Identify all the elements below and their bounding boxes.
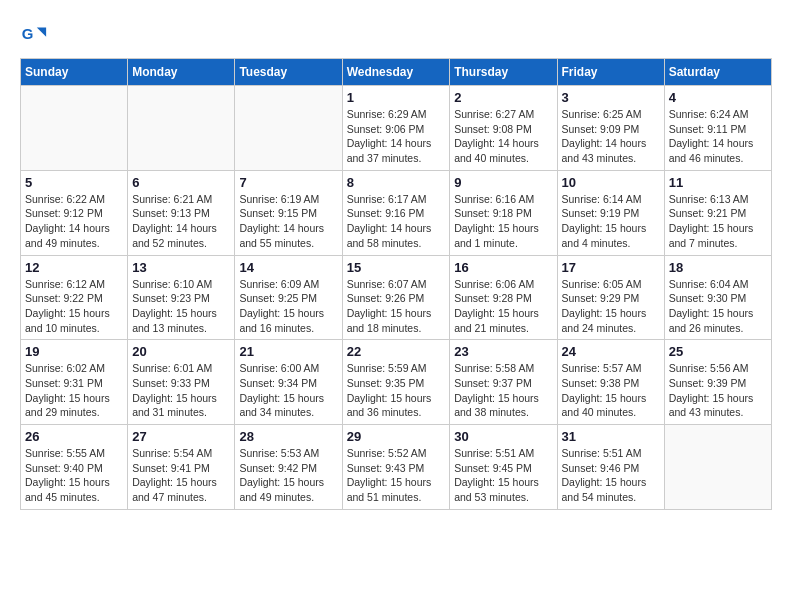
calendar-cell: 13Sunrise: 6:10 AM Sunset: 9:23 PM Dayli… [128,255,235,340]
calendar-cell: 15Sunrise: 6:07 AM Sunset: 9:26 PM Dayli… [342,255,450,340]
calendar-week-row: 1Sunrise: 6:29 AM Sunset: 9:06 PM Daylig… [21,86,772,171]
day-info: Sunrise: 6:21 AM Sunset: 9:13 PM Dayligh… [132,192,230,251]
calendar-cell: 9Sunrise: 6:16 AM Sunset: 9:18 PM Daylig… [450,170,557,255]
calendar-cell: 30Sunrise: 5:51 AM Sunset: 9:45 PM Dayli… [450,425,557,510]
calendar-table: SundayMondayTuesdayWednesdayThursdayFrid… [20,58,772,510]
day-info: Sunrise: 6:12 AM Sunset: 9:22 PM Dayligh… [25,277,123,336]
day-info: Sunrise: 6:09 AM Sunset: 9:25 PM Dayligh… [239,277,337,336]
day-number: 19 [25,344,123,359]
day-number: 13 [132,260,230,275]
calendar-cell: 18Sunrise: 6:04 AM Sunset: 9:30 PM Dayli… [664,255,771,340]
logo-icon: G [20,20,48,48]
calendar-week-row: 12Sunrise: 6:12 AM Sunset: 9:22 PM Dayli… [21,255,772,340]
calendar-cell: 21Sunrise: 6:00 AM Sunset: 9:34 PM Dayli… [235,340,342,425]
calendar-cell: 5Sunrise: 6:22 AM Sunset: 9:12 PM Daylig… [21,170,128,255]
day-info: Sunrise: 6:14 AM Sunset: 9:19 PM Dayligh… [562,192,660,251]
day-number: 20 [132,344,230,359]
calendar-cell: 22Sunrise: 5:59 AM Sunset: 9:35 PM Dayli… [342,340,450,425]
day-number: 5 [25,175,123,190]
day-number: 1 [347,90,446,105]
day-info: Sunrise: 6:07 AM Sunset: 9:26 PM Dayligh… [347,277,446,336]
day-info: Sunrise: 6:06 AM Sunset: 9:28 PM Dayligh… [454,277,552,336]
day-info: Sunrise: 5:58 AM Sunset: 9:37 PM Dayligh… [454,361,552,420]
calendar-cell: 25Sunrise: 5:56 AM Sunset: 9:39 PM Dayli… [664,340,771,425]
day-number: 18 [669,260,767,275]
calendar-cell: 31Sunrise: 5:51 AM Sunset: 9:46 PM Dayli… [557,425,664,510]
day-info: Sunrise: 6:13 AM Sunset: 9:21 PM Dayligh… [669,192,767,251]
day-info: Sunrise: 5:52 AM Sunset: 9:43 PM Dayligh… [347,446,446,505]
calendar-week-row: 26Sunrise: 5:55 AM Sunset: 9:40 PM Dayli… [21,425,772,510]
day-info: Sunrise: 6:25 AM Sunset: 9:09 PM Dayligh… [562,107,660,166]
day-info: Sunrise: 6:24 AM Sunset: 9:11 PM Dayligh… [669,107,767,166]
calendar-cell: 16Sunrise: 6:06 AM Sunset: 9:28 PM Dayli… [450,255,557,340]
day-info: Sunrise: 5:51 AM Sunset: 9:45 PM Dayligh… [454,446,552,505]
calendar-cell: 10Sunrise: 6:14 AM Sunset: 9:19 PM Dayli… [557,170,664,255]
calendar-cell: 4Sunrise: 6:24 AM Sunset: 9:11 PM Daylig… [664,86,771,171]
day-number: 31 [562,429,660,444]
day-info: Sunrise: 6:04 AM Sunset: 9:30 PM Dayligh… [669,277,767,336]
weekday-header: Friday [557,59,664,86]
calendar-week-row: 5Sunrise: 6:22 AM Sunset: 9:12 PM Daylig… [21,170,772,255]
calendar-cell: 27Sunrise: 5:54 AM Sunset: 9:41 PM Dayli… [128,425,235,510]
day-info: Sunrise: 6:16 AM Sunset: 9:18 PM Dayligh… [454,192,552,251]
weekday-header: Monday [128,59,235,86]
day-number: 26 [25,429,123,444]
calendar-cell: 8Sunrise: 6:17 AM Sunset: 9:16 PM Daylig… [342,170,450,255]
day-number: 28 [239,429,337,444]
day-info: Sunrise: 6:22 AM Sunset: 9:12 PM Dayligh… [25,192,123,251]
calendar-cell: 26Sunrise: 5:55 AM Sunset: 9:40 PM Dayli… [21,425,128,510]
calendar-cell: 14Sunrise: 6:09 AM Sunset: 9:25 PM Dayli… [235,255,342,340]
calendar-cell: 17Sunrise: 6:05 AM Sunset: 9:29 PM Dayli… [557,255,664,340]
day-number: 10 [562,175,660,190]
day-info: Sunrise: 6:29 AM Sunset: 9:06 PM Dayligh… [347,107,446,166]
weekday-header: Thursday [450,59,557,86]
day-info: Sunrise: 6:17 AM Sunset: 9:16 PM Dayligh… [347,192,446,251]
calendar-cell [21,86,128,171]
day-info: Sunrise: 5:55 AM Sunset: 9:40 PM Dayligh… [25,446,123,505]
day-info: Sunrise: 6:10 AM Sunset: 9:23 PM Dayligh… [132,277,230,336]
calendar-cell: 23Sunrise: 5:58 AM Sunset: 9:37 PM Dayli… [450,340,557,425]
calendar-cell: 20Sunrise: 6:01 AM Sunset: 9:33 PM Dayli… [128,340,235,425]
day-number: 12 [25,260,123,275]
calendar-cell: 6Sunrise: 6:21 AM Sunset: 9:13 PM Daylig… [128,170,235,255]
calendar-cell: 2Sunrise: 6:27 AM Sunset: 9:08 PM Daylig… [450,86,557,171]
day-info: Sunrise: 6:00 AM Sunset: 9:34 PM Dayligh… [239,361,337,420]
calendar-header-row: SundayMondayTuesdayWednesdayThursdayFrid… [21,59,772,86]
day-number: 24 [562,344,660,359]
calendar-cell: 24Sunrise: 5:57 AM Sunset: 9:38 PM Dayli… [557,340,664,425]
day-number: 2 [454,90,552,105]
day-info: Sunrise: 6:02 AM Sunset: 9:31 PM Dayligh… [25,361,123,420]
day-number: 6 [132,175,230,190]
calendar-cell: 19Sunrise: 6:02 AM Sunset: 9:31 PM Dayli… [21,340,128,425]
weekday-header: Wednesday [342,59,450,86]
svg-marker-1 [37,27,46,36]
day-number: 16 [454,260,552,275]
calendar-cell [664,425,771,510]
day-number: 14 [239,260,337,275]
day-info: Sunrise: 6:01 AM Sunset: 9:33 PM Dayligh… [132,361,230,420]
day-info: Sunrise: 5:53 AM Sunset: 9:42 PM Dayligh… [239,446,337,505]
day-info: Sunrise: 5:57 AM Sunset: 9:38 PM Dayligh… [562,361,660,420]
calendar-cell [128,86,235,171]
calendar-cell: 11Sunrise: 6:13 AM Sunset: 9:21 PM Dayli… [664,170,771,255]
calendar-cell: 12Sunrise: 6:12 AM Sunset: 9:22 PM Dayli… [21,255,128,340]
calendar-cell: 28Sunrise: 5:53 AM Sunset: 9:42 PM Dayli… [235,425,342,510]
calendar-cell: 3Sunrise: 6:25 AM Sunset: 9:09 PM Daylig… [557,86,664,171]
page-header: G [20,20,772,48]
calendar-cell: 7Sunrise: 6:19 AM Sunset: 9:15 PM Daylig… [235,170,342,255]
day-number: 4 [669,90,767,105]
day-number: 17 [562,260,660,275]
day-info: Sunrise: 6:19 AM Sunset: 9:15 PM Dayligh… [239,192,337,251]
day-info: Sunrise: 5:54 AM Sunset: 9:41 PM Dayligh… [132,446,230,505]
day-info: Sunrise: 5:51 AM Sunset: 9:46 PM Dayligh… [562,446,660,505]
day-info: Sunrise: 6:27 AM Sunset: 9:08 PM Dayligh… [454,107,552,166]
day-number: 25 [669,344,767,359]
day-info: Sunrise: 6:05 AM Sunset: 9:29 PM Dayligh… [562,277,660,336]
day-number: 23 [454,344,552,359]
day-number: 22 [347,344,446,359]
day-number: 8 [347,175,446,190]
weekday-header: Tuesday [235,59,342,86]
day-number: 9 [454,175,552,190]
day-info: Sunrise: 5:59 AM Sunset: 9:35 PM Dayligh… [347,361,446,420]
day-number: 11 [669,175,767,190]
